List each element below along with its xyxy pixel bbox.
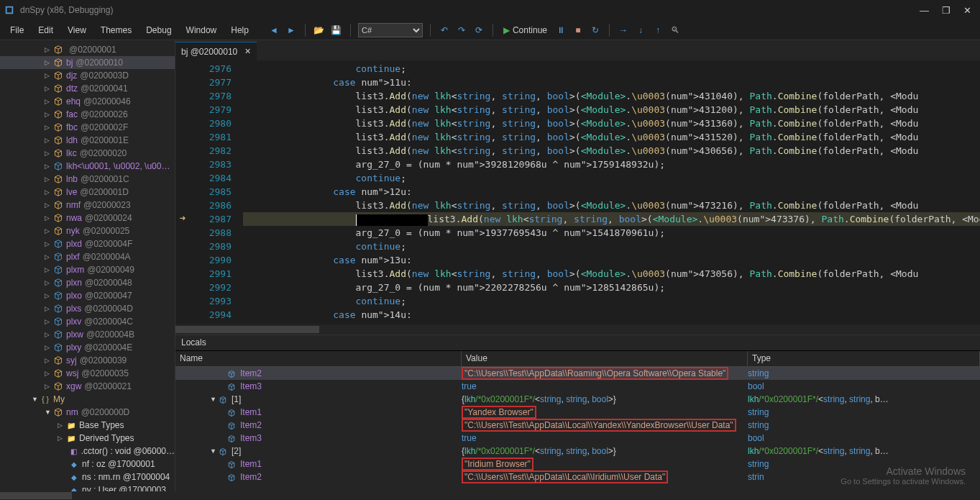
save-icon[interactable]: 💾 <box>330 24 343 37</box>
tree-node-lve[interactable]: ▷lve @0200001D <box>0 186 175 199</box>
code-line[interactable]: case num">11u: <box>243 76 980 89</box>
locals-row[interactable]: Item2"C:\\Users\\Test\\AppData\\Local\\I… <box>175 471 980 483</box>
code-line[interactable]: arg_27_0 = (num * num">1937769543u ^ num… <box>243 226 980 240</box>
tree-node-dtz[interactable]: ▷dtz @02000041 <box>0 82 175 95</box>
tree-node-lnb[interactable]: ▷lnb @0200001C <box>0 173 175 186</box>
tree-member[interactable]: ◧.cctor() : void @06000… <box>0 445 175 458</box>
tree-node-plxf[interactable]: ▷plxf @0200004A <box>0 250 175 263</box>
locals-row[interactable]: ▼[2]{lkh/*0x0200001F*/<string, string, b… <box>175 445 980 458</box>
code-line[interactable]: list3.Add(new lkh<string, string, bool>(… <box>243 130 980 144</box>
tree-node-ehq[interactable]: ▷ehq @02000046 <box>0 95 175 108</box>
locals-row[interactable]: Item3truebool <box>175 432 980 445</box>
code-line[interactable]: case num">14u: <box>243 308 980 322</box>
tree-member[interactable]: ◆nv : User @17000003 <box>0 483 175 491</box>
code-line[interactable]: list3.Add(new lkh<string, string, bool>(… <box>243 89 980 103</box>
continue-button[interactable]: ▶Continue <box>500 25 550 35</box>
code-line[interactable]: arg_27_0 = (num * num">3928120968u ^ num… <box>243 158 980 171</box>
menu-themes[interactable]: Themes <box>93 25 139 35</box>
code-line[interactable]: arg_27_0 = (num * num">2202278256u ^ num… <box>243 281 980 294</box>
assembly-explorer[interactable]: ▷ @02000001▷bj @02000010▷djz @0200003D▷d… <box>0 40 175 491</box>
locals-row[interactable]: Item3truebool <box>175 380 980 393</box>
close-button[interactable]: ✕ <box>963 5 971 16</box>
code-line[interactable]: list3.Add(new lkh<string, string, bool>(… <box>243 144 980 158</box>
folder-icon: 📁 <box>66 420 76 430</box>
step-into-icon[interactable]: ↓ <box>634 24 647 37</box>
tree-node-fbc[interactable]: ▷fbc @0200002F <box>0 121 175 134</box>
tree-node-nyk[interactable]: ▷nyk @02000025 <box>0 224 175 237</box>
code-line[interactable]: list3.Add(new lkh<string, string, bool>(… <box>243 117 980 130</box>
menu-help[interactable]: Help <box>224 25 256 35</box>
code-line[interactable]: case num">13u: <box>243 253 980 267</box>
class-icon <box>53 109 63 119</box>
menu-file[interactable]: File <box>3 25 31 35</box>
code-line[interactable]: list3.Add(new lkh<string, string, bool>(… <box>243 212 980 226</box>
code-line[interactable]: case num">12u: <box>243 185 980 199</box>
locals-row[interactable]: Item1"Yandex Browser"string <box>175 406 980 419</box>
stop-icon[interactable]: ■ <box>572 24 585 37</box>
tree-node-xgw[interactable]: ▷xgw @02000021 <box>0 380 175 393</box>
code-line[interactable]: list3.Add(new lkh<string, string, bool>(… <box>243 199 980 212</box>
nav-forward-icon[interactable]: ► <box>285 24 298 37</box>
tree-node-djz[interactable]: ▷djz @0200003D <box>0 69 175 82</box>
tree-node-nm[interactable]: ▼nm @0200000D <box>0 406 175 419</box>
tree-node-plxs[interactable]: ▷plxs @0200004D <box>0 302 175 315</box>
code-line[interactable]: list3.Add(new lkh<string, string, bool>(… <box>243 267 980 281</box>
tree-node-plxv[interactable]: ▷plxv @0200004C <box>0 315 175 328</box>
statusbar-scroll[interactable] <box>0 491 980 500</box>
restart-icon[interactable]: ↻ <box>589 24 602 37</box>
tree-node-plxn[interactable]: ▷plxn @02000048 <box>0 276 175 289</box>
open-icon[interactable]: 📂 <box>313 24 326 37</box>
locals-row[interactable]: Item1"Iridium Browser"string <box>175 458 980 471</box>
class-icon <box>53 187 63 197</box>
code-editor[interactable]: ➜ 29762977297829792980298129822983298429… <box>175 60 980 324</box>
tree-node-syj[interactable]: ▷syj @02000039 <box>0 354 175 367</box>
editor-horizontal-scrollbar[interactable] <box>175 324 980 335</box>
redo-icon[interactable]: ↷ <box>455 24 468 37</box>
tree-member[interactable]: ◆ns : nm.rn @17000004 <box>0 471 175 483</box>
tree-node-wsj[interactable]: ▷wsj @02000035 <box>0 367 175 380</box>
tree-node-plxy[interactable]: ▷plxy @0200004E <box>0 341 175 354</box>
tree-node-plxm[interactable]: ▷plxm @02000049 <box>0 263 175 276</box>
search-icon[interactable]: 🔍︎ <box>669 24 682 37</box>
tree-namespace-my[interactable]: ▼{ }My <box>0 393 175 406</box>
minimize-button[interactable]: — <box>920 5 929 16</box>
undo-icon[interactable]: ↶ <box>438 24 451 37</box>
locals-row[interactable]: ▼[1]{lkh/*0x0200001F*/<string, string, b… <box>175 393 980 406</box>
tree-node-plxd[interactable]: ▷plxd @0200004F <box>0 237 175 250</box>
tree-node-ldh[interactable]: ▷ldh @0200001E <box>0 134 175 147</box>
locals-row[interactable]: Item2"C:\\Users\\Test\\AppData\\Roaming\… <box>175 367 980 380</box>
pause-icon[interactable]: ⏸ <box>554 24 567 37</box>
step-out-icon[interactable]: ↑ <box>651 24 664 37</box>
code-line[interactable]: continue; <box>243 62 980 76</box>
tree-node-Module[interactable]: ▷ @02000001 <box>0 43 175 56</box>
language-select[interactable]: C# <box>358 23 423 37</box>
tree-node-lkhu0001u0002u00[interactable]: ▷lkh<\u0001, \u0002, \u00… <box>0 160 175 173</box>
nav-back-icon[interactable]: ◄ <box>267 24 280 37</box>
interface-icon <box>53 291 63 301</box>
tree-node-nwa[interactable]: ▷nwa @02000024 <box>0 212 175 224</box>
locals-row[interactable]: Item2"C:\\Users\\Test\\AppData\\Local\\Y… <box>175 419 980 432</box>
code-line[interactable]: continue; <box>243 171 980 185</box>
code-line[interactable]: continue; <box>243 294 980 308</box>
tree-node-lkc[interactable]: ▷lkc @02000020 <box>0 147 175 160</box>
tree-member[interactable]: ◆nf : oz @17000001 <box>0 458 175 471</box>
code-line[interactable]: continue; <box>243 240 980 253</box>
tree-folder-derived-types[interactable]: ▷📁Derived Types <box>0 432 175 445</box>
step-over-icon[interactable]: → <box>617 24 630 37</box>
tree-node-plxw[interactable]: ▷plxw @0200004B <box>0 328 175 341</box>
tree-node-bj[interactable]: ▷bj @02000010 <box>0 56 175 69</box>
menu-window[interactable]: Window <box>179 25 224 35</box>
menu-view[interactable]: View <box>60 25 93 35</box>
maximize-button[interactable]: ❐ <box>942 5 951 16</box>
tree-node-nmf[interactable]: ▷nmf @02000023 <box>0 199 175 212</box>
tree-node-plxo[interactable]: ▷plxo @02000047 <box>0 289 175 302</box>
refresh-icon[interactable]: ⟳ <box>472 24 485 37</box>
tree-node-fac[interactable]: ▷fac @02000026 <box>0 108 175 121</box>
menu-debug[interactable]: Debug <box>139 25 178 35</box>
property-icon <box>227 409 237 416</box>
editor-tab[interactable]: bj @02000010 ✕ <box>175 42 257 60</box>
tree-folder-base-types[interactable]: ▷📁Base Types <box>0 419 175 432</box>
code-line[interactable]: list3.Add(new lkh<string, string, bool>(… <box>243 103 980 117</box>
close-tab-icon[interactable]: ✕ <box>244 47 251 56</box>
menu-edit[interactable]: Edit <box>31 25 60 35</box>
